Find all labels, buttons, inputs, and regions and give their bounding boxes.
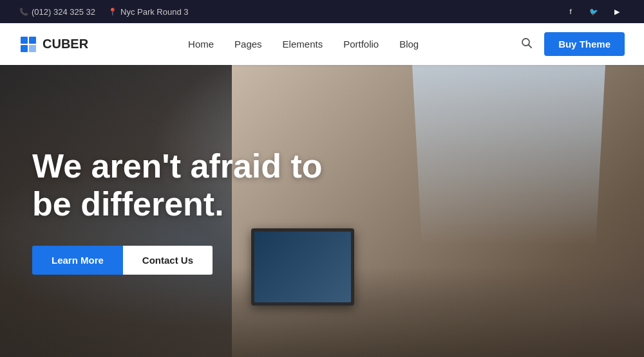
logo[interactable]: CUBER	[19, 35, 88, 53]
youtube-icon[interactable]: ▶	[609, 4, 625, 19]
hero-section: We aren't afraid to be different. Learn …	[0, 65, 644, 357]
nav-pages[interactable]: Pages	[234, 39, 262, 50]
nav-links: Home Pages Elements Portfolio Blog	[188, 39, 419, 50]
phone-info: (012) 324 325 32	[19, 7, 95, 17]
hero-title: We aren't afraid to be different.	[32, 147, 328, 222]
social-links: f 🐦 ▶	[563, 4, 625, 19]
top-bar: (012) 324 325 32 Nyc Park Round 3 f 🐦 ▶	[0, 0, 644, 23]
svg-rect-3	[29, 45, 36, 52]
contact-us-button[interactable]: Contact Us	[123, 246, 213, 275]
facebook-icon[interactable]: f	[563, 4, 578, 19]
search-icon[interactable]	[518, 35, 535, 54]
twitter-icon[interactable]: 🐦	[586, 4, 601, 19]
address-info: Nyc Park Round 3	[108, 7, 189, 17]
location-icon	[108, 8, 117, 16]
nav-portfolio[interactable]: Portfolio	[343, 39, 379, 50]
buy-theme-button[interactable]: Buy Theme	[544, 32, 625, 56]
logo-icon	[19, 35, 37, 53]
phone-number: (012) 324 325 32	[32, 7, 95, 17]
logo-text: CUBER	[43, 37, 88, 51]
learn-more-button[interactable]: Learn More	[32, 246, 123, 275]
window-light	[412, 65, 605, 245]
top-bar-contact: (012) 324 325 32 Nyc Park Round 3	[19, 7, 189, 17]
nav-blog[interactable]: Blog	[399, 39, 419, 50]
address-text: Nyc Park Round 3	[120, 7, 189, 17]
navbar: CUBER Home Pages Elements Portfolio Blog…	[0, 23, 644, 65]
nav-right: Buy Theme	[518, 32, 625, 56]
nav-elements[interactable]: Elements	[283, 39, 323, 50]
svg-rect-2	[21, 45, 28, 52]
hero-buttons: Learn More Contact Us	[32, 246, 328, 275]
svg-rect-0	[21, 37, 28, 44]
phone-icon	[19, 8, 28, 16]
nav-home[interactable]: Home	[188, 39, 214, 50]
svg-line-5	[529, 44, 532, 48]
svg-rect-1	[29, 37, 36, 44]
hero-content: We aren't afraid to be different. Learn …	[0, 147, 361, 274]
